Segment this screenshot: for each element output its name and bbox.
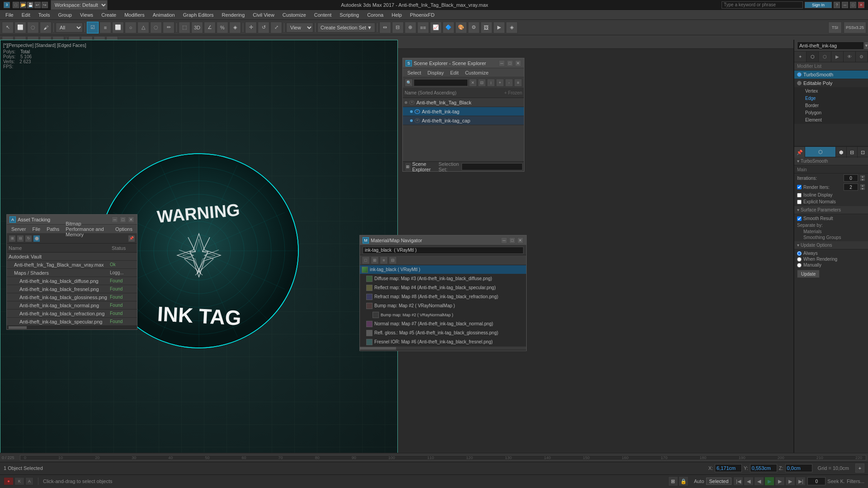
- at-add-btn[interactable]: ⊞: [9, 235, 16, 242]
- at-row-2[interactable]: Anti-theft_ink-tag_black_diffuse.png Fou…: [7, 277, 137, 285]
- schematic-btn[interactable]: 🔷: [443, 22, 454, 33]
- mod-tab-3[interactable]: ⬢: [835, 147, 846, 158]
- next-frame-btn[interactable]: ▶: [775, 477, 785, 486]
- y-coord-input[interactable]: [750, 464, 777, 472]
- x-coord-input[interactable]: [715, 464, 742, 472]
- minimize-btn[interactable]: ─: [842, 2, 848, 8]
- se-item-group[interactable]: 👁 Anti-theft_Ink_Tag_Black: [403, 98, 524, 107]
- se-restore-btn[interactable]: □: [507, 60, 513, 66]
- lmp-tab-create[interactable]: ✦: [794, 52, 807, 62]
- paint-sel2-btn[interactable]: ✏: [163, 22, 175, 33]
- name-dropdown-btn[interactable]: ▼: [864, 42, 868, 50]
- at-row-6[interactable]: Anti-theft_ink-tag_black_refraction.png …: [7, 310, 137, 318]
- mn-scroll-thumb[interactable]: [360, 347, 396, 350]
- se-menu-select[interactable]: Select: [405, 70, 424, 76]
- at-menu-paths[interactable]: Paths: [44, 226, 62, 232]
- render-frame-btn[interactable]: 🖼: [481, 22, 492, 33]
- ts-iter-up[interactable]: ▲: [860, 175, 865, 178]
- mn-item-5[interactable]: Normal map: Map #7 (Anti-theft_ink-tag_b…: [360, 319, 526, 328]
- uo-rendering-radio[interactable]: [797, 257, 802, 262]
- ts-explicit-check[interactable]: [797, 200, 802, 204]
- select-region-btn[interactable]: ⬜: [14, 22, 26, 33]
- add-time-tag-btn[interactable]: +: [855, 464, 864, 473]
- ts-isoline-check[interactable]: [797, 193, 802, 197]
- mn-header[interactable]: M Material/Map Navigator ─ □ ✕: [360, 235, 526, 245]
- menu-animation[interactable]: Animation: [149, 11, 179, 19]
- go-end-btn[interactable]: ▶|: [796, 477, 806, 486]
- ts-render-iters-input[interactable]: [844, 183, 858, 191]
- rotate-btn[interactable]: ↺: [258, 22, 269, 33]
- mn-item-7[interactable]: Fresnel IOR: Map #6 (Anti-theft_ink-tag_…: [360, 338, 526, 347]
- lasso-sel-btn[interactable]: ◌: [150, 22, 162, 33]
- se-footer-left[interactable]: ⊞ Scene Explorer: [406, 161, 433, 172]
- menu-edit[interactable]: Edit: [18, 11, 34, 19]
- rectangular-sel-btn[interactable]: ⬜: [112, 22, 124, 33]
- mn-item-0[interactable]: ink-tag_black ( VRayMtl ): [360, 265, 526, 274]
- mat-editor-btn[interactable]: 🎨: [455, 22, 467, 33]
- at-close-btn[interactable]: ✕: [128, 216, 134, 223]
- se-menu-edit[interactable]: Edit: [448, 70, 462, 76]
- se-expand-btn[interactable]: +: [496, 79, 504, 87]
- se-search-box[interactable]: [414, 79, 468, 86]
- se-collapse-btn[interactable]: -: [505, 79, 513, 87]
- menu-views[interactable]: Views: [76, 11, 97, 19]
- mn-close-btn[interactable]: ✕: [517, 237, 524, 244]
- menu-file[interactable]: File: [2, 11, 17, 19]
- help-btn[interactable]: ?: [834, 2, 840, 8]
- lmp-tab-hierarchy[interactable]: ⬡: [819, 52, 831, 62]
- frame-counter[interactable]: [807, 477, 826, 485]
- new-btn[interactable]: □: [13, 2, 19, 8]
- view-coord-dropdown[interactable]: View: [286, 23, 313, 33]
- uo-manually-radio[interactable]: [797, 263, 802, 267]
- sp-smooth-check[interactable]: [797, 216, 802, 221]
- lock-vp-btn[interactable]: 🔒: [679, 476, 689, 486]
- select-filter[interactable]: All: [56, 23, 83, 33]
- prev-frame-btn[interactable]: ◀: [754, 477, 764, 486]
- se-eye-group[interactable]: 👁: [409, 100, 415, 105]
- paint-sel-btn[interactable]: 🖌: [40, 22, 52, 33]
- mn-maximize-btn[interactable]: □: [509, 237, 515, 244]
- se-close-btn[interactable]: ✕: [515, 60, 521, 66]
- app-icon[interactable]: 3: [4, 2, 10, 8]
- move-btn[interactable]: ✛: [245, 22, 257, 33]
- mn-scroll-area[interactable]: [360, 347, 526, 351]
- close-btn[interactable]: ✕: [858, 2, 864, 8]
- viewport-corner-label[interactable]: [*][Perspective] [Standard] [Edged Faces…: [3, 43, 86, 48]
- menu-graph-editors[interactable]: Graph Editors: [179, 11, 217, 19]
- selected-badge[interactable]: Selected: [706, 478, 732, 485]
- lmp-edpoly-item[interactable]: Editable Poly: [794, 79, 868, 88]
- se-item-tag[interactable]: 👁 Anti-theft_ink-tag: [403, 107, 524, 116]
- menu-scripting[interactable]: Scripting: [336, 11, 363, 19]
- mn-expand-btn[interactable]: ⊟: [389, 256, 397, 264]
- next-key-btn[interactable]: ▶: [785, 477, 795, 486]
- mn-item-1[interactable]: Diffuse map: Map #3 (Anti-theft_ink-tag_…: [360, 274, 526, 283]
- at-active-btn[interactable]: ⬤: [33, 235, 40, 242]
- at-row-1[interactable]: Anti-theft_Ink_Tag_Black_max_vray.max Ok: [7, 261, 137, 269]
- mod-active-tab[interactable]: ⬡: [805, 147, 835, 157]
- anim-mode-btn[interactable]: ●: [4, 477, 14, 485]
- se-menu-customize[interactable]: Customize: [462, 70, 491, 76]
- lmp-tab-modify[interactable]: ⬡: [807, 52, 819, 62]
- circular-sel-btn[interactable]: ○: [125, 22, 137, 33]
- select-name-btn[interactable]: ≡: [99, 22, 111, 33]
- lmp-tab-display[interactable]: 👁: [844, 52, 856, 62]
- mn-item-4[interactable]: Bump map: Map #2 ( VRayNormalMap ): [360, 301, 526, 310]
- at-pin-btn[interactable]: 📌: [128, 235, 135, 242]
- menu-tools[interactable]: Tools: [35, 11, 54, 19]
- at-minimize-btn[interactable]: ─: [112, 216, 118, 223]
- snap-btn[interactable]: 3D: [191, 22, 203, 33]
- lmp-tab-utilities[interactable]: ⚙: [856, 52, 868, 62]
- at-row-5[interactable]: Anti-theft_ink-tag_black_normal.png Foun…: [7, 301, 137, 310]
- mn-item-3[interactable]: Refract map: Map #8 (Anti-theft_ink-tag_…: [360, 292, 526, 301]
- redo-btn[interactable]: ↪: [42, 2, 48, 8]
- at-row-maps[interactable]: Maps / Shaders Logg...: [7, 269, 137, 277]
- scene-explorer-header[interactable]: S Scene Explorer - Scene Explorer ─ □ ✕: [403, 58, 524, 68]
- se-sort-btn[interactable]: ↕: [487, 79, 495, 87]
- render-last-btn[interactable]: ▶: [493, 22, 505, 33]
- se-toggle-btn[interactable]: ⊞: [406, 163, 410, 170]
- at-menu-bpm[interactable]: Bitmap Performance and Memory: [63, 221, 112, 238]
- mn-scrollbar[interactable]: [360, 347, 526, 350]
- ts-section-header[interactable]: ▾ TurboSmooth: [794, 157, 868, 165]
- scale-btn[interactable]: ⤢: [270, 22, 282, 33]
- angle-snap-btn[interactable]: ∠: [204, 22, 216, 33]
